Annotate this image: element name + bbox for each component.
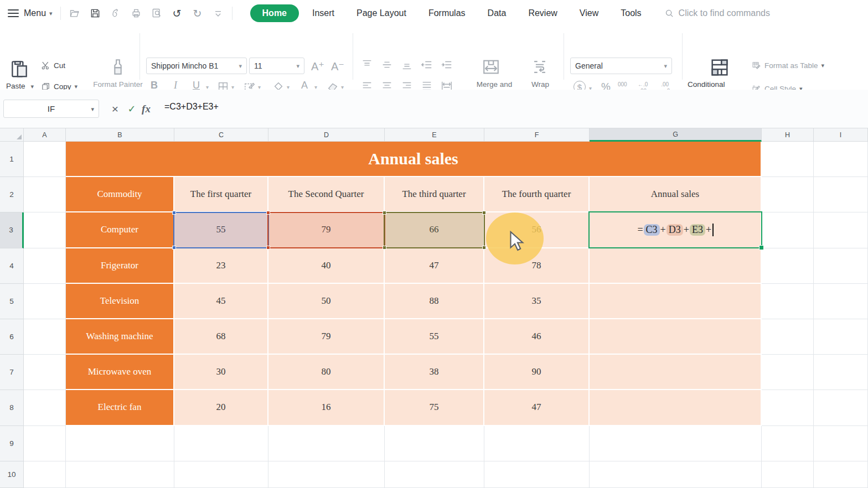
align-top-icon[interactable] — [361, 59, 373, 73]
selection-handle[interactable] — [482, 246, 486, 250]
row-header-3[interactable]: 3 — [0, 212, 24, 248]
grid-cell[interactable] — [268, 426, 385, 461]
grid-cell[interactable] — [762, 355, 814, 390]
undo-icon[interactable]: ↺ — [171, 7, 183, 19]
grid-cell[interactable] — [762, 212, 814, 248]
open-icon[interactable] — [69, 7, 81, 19]
grid-cell[interactable] — [762, 142, 814, 177]
tab-insert[interactable]: Insert — [303, 5, 343, 22]
value-cell[interactable] — [590, 248, 762, 284]
paste-icon[interactable] — [9, 58, 30, 82]
col-header-i[interactable]: I — [814, 128, 868, 142]
grid-cell[interactable] — [814, 248, 868, 284]
row-header-2[interactable]: 2 — [0, 177, 24, 212]
value-cell[interactable]: 79 — [268, 319, 385, 355]
grid-cell[interactable] — [174, 461, 268, 488]
grid-cell[interactable] — [484, 426, 590, 461]
grid-cell[interactable] — [24, 319, 66, 355]
value-cell[interactable]: 75 — [385, 390, 484, 425]
col-header-f[interactable]: F — [484, 128, 590, 142]
command-search[interactable]: Click to find commands — [665, 8, 770, 18]
row-label-cell[interactable]: Electric fan — [66, 390, 174, 425]
value-cell[interactable]: 45 — [174, 284, 268, 319]
value-cell[interactable]: 47 — [484, 390, 590, 425]
selection-handle[interactable] — [383, 246, 386, 250]
col-header-b[interactable]: B — [66, 128, 174, 142]
grid-cell[interactable] — [24, 355, 66, 390]
grid-cell[interactable] — [762, 319, 814, 355]
row-header-10[interactable]: 10 — [0, 461, 24, 488]
value-cell[interactable]: 38 — [385, 355, 484, 390]
value-cell[interactable] — [590, 390, 762, 425]
header-cell[interactable]: The third quarter — [385, 177, 484, 212]
number-format-select[interactable]: General▾ — [570, 58, 672, 74]
tab-view[interactable]: View — [571, 5, 607, 22]
value-cell[interactable] — [590, 284, 762, 319]
selection-handle[interactable] — [482, 211, 486, 215]
redo-icon[interactable]: ↻ — [192, 7, 204, 19]
print-preview-icon[interactable] — [151, 7, 163, 19]
wrap-text-icon[interactable] — [530, 58, 549, 79]
grid-cell[interactable] — [24, 142, 66, 177]
grid-cell[interactable] — [814, 461, 868, 488]
fill-handle[interactable] — [759, 245, 764, 250]
tab-review[interactable]: Review — [519, 5, 566, 22]
value-cell[interactable]: 88 — [385, 284, 484, 319]
grid-cell[interactable] — [66, 426, 174, 461]
row-header-5[interactable]: 5 — [0, 284, 24, 319]
value-cell[interactable] — [590, 319, 762, 355]
grid-cell[interactable] — [762, 426, 814, 461]
cut-button[interactable]: Cut — [41, 61, 65, 70]
tab-home[interactable]: Home — [250, 4, 299, 22]
grid-cell[interactable] — [174, 426, 268, 461]
header-cell[interactable]: Annual sales — [590, 177, 762, 212]
grid-cell[interactable] — [762, 177, 814, 212]
grid-cell[interactable] — [814, 212, 868, 248]
grid-cell[interactable] — [268, 461, 385, 488]
value-cell[interactable]: 80 — [268, 355, 385, 390]
format-painter-button[interactable]: Format Painter — [93, 80, 143, 90]
selection-handle[interactable] — [172, 246, 176, 250]
row-header-1[interactable]: 1 — [0, 142, 24, 177]
grid-cell[interactable] — [24, 426, 66, 461]
col-header-h[interactable]: H — [762, 128, 814, 142]
value-cell[interactable] — [590, 355, 762, 390]
grid-cell[interactable] — [24, 212, 66, 248]
grid-cell[interactable] — [814, 319, 868, 355]
col-header-d[interactable]: D — [268, 128, 385, 142]
row-label-cell[interactable]: Microwave oven — [66, 355, 174, 390]
header-cell[interactable]: The Second Quarter — [268, 177, 385, 212]
header-cell[interactable]: The fourth quarter — [484, 177, 590, 212]
grid-cell[interactable] — [762, 248, 814, 284]
selection-handle[interactable] — [172, 211, 176, 215]
grid-cell[interactable] — [24, 461, 66, 488]
formula-input[interactable]: =C3+D3+E3+ — [164, 102, 219, 112]
name-box[interactable]: IF ▾ — [3, 100, 99, 118]
value-cell[interactable]: 20 — [174, 390, 268, 425]
row-label-cell[interactable]: Washing machine — [66, 319, 174, 355]
table-title-cell[interactable]: Annual sales — [66, 142, 762, 177]
insert-function-icon[interactable]: fx — [139, 102, 153, 116]
value-cell[interactable]: 40 — [268, 248, 385, 284]
increase-indent-icon[interactable] — [441, 59, 453, 73]
row-header-7[interactable]: 7 — [0, 355, 24, 390]
grid-cell[interactable] — [24, 248, 66, 284]
grid-cell[interactable] — [385, 426, 484, 461]
format-painter-icon[interactable] — [108, 56, 127, 80]
decrease-font-icon[interactable]: A⁻ — [331, 60, 344, 73]
grid-cell[interactable] — [24, 177, 66, 212]
grid-cell[interactable] — [590, 461, 762, 488]
tab-page-layout[interactable]: Page Layout — [348, 5, 415, 22]
grid-cell[interactable] — [814, 390, 868, 425]
format-as-table-button[interactable]: Format as Table ▾ — [752, 61, 824, 70]
tab-tools[interactable]: Tools — [612, 5, 650, 22]
merge-center-icon[interactable] — [480, 58, 502, 79]
grid-cell[interactable] — [814, 284, 868, 319]
row-label-cell[interactable]: Computer — [66, 212, 174, 248]
menu-button[interactable]: Menu ▾ — [8, 8, 53, 18]
col-header-c[interactable]: C — [174, 128, 268, 142]
row-header-6[interactable]: 6 — [0, 319, 24, 355]
cancel-icon[interactable]: × — [108, 102, 122, 116]
value-cell[interactable]: 55 — [385, 319, 484, 355]
decrease-indent-icon[interactable] — [421, 59, 433, 73]
